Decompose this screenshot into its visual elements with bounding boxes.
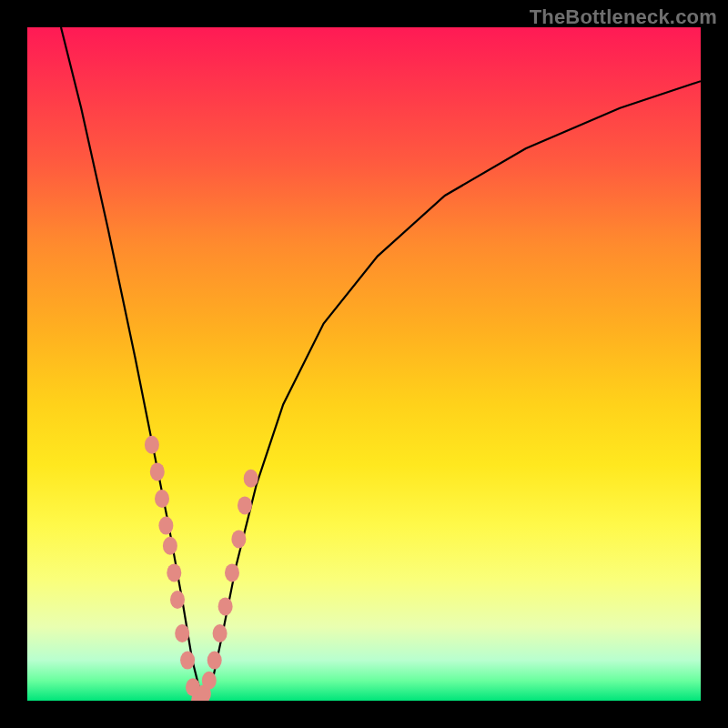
marker-dot: [207, 652, 222, 670]
chart-svg: [27, 27, 701, 701]
marker-dot: [213, 624, 228, 642]
outer-frame: TheBottleneck.com: [0, 0, 728, 728]
marker-dot: [145, 436, 159, 454]
curve-path: [61, 27, 701, 701]
marker-dot: [202, 672, 217, 690]
marker-dot: [175, 624, 189, 642]
marker-dot: [180, 652, 195, 670]
marker-dot: [163, 537, 177, 555]
marker-dot: [158, 517, 173, 535]
marker-dot: [155, 490, 169, 508]
bottleneck-curve: [61, 27, 701, 701]
sample-markers: [145, 436, 258, 701]
marker-dot: [244, 470, 258, 488]
marker-dot: [150, 462, 165, 480]
marker-dot: [218, 597, 233, 615]
marker-dot: [167, 563, 181, 581]
marker-dot: [231, 530, 246, 548]
watermark-text: TheBottleneck.com: [530, 5, 717, 29]
plot-area: [27, 27, 701, 701]
marker-dot: [238, 496, 252, 514]
marker-dot: [225, 563, 239, 581]
marker-dot: [170, 591, 185, 609]
